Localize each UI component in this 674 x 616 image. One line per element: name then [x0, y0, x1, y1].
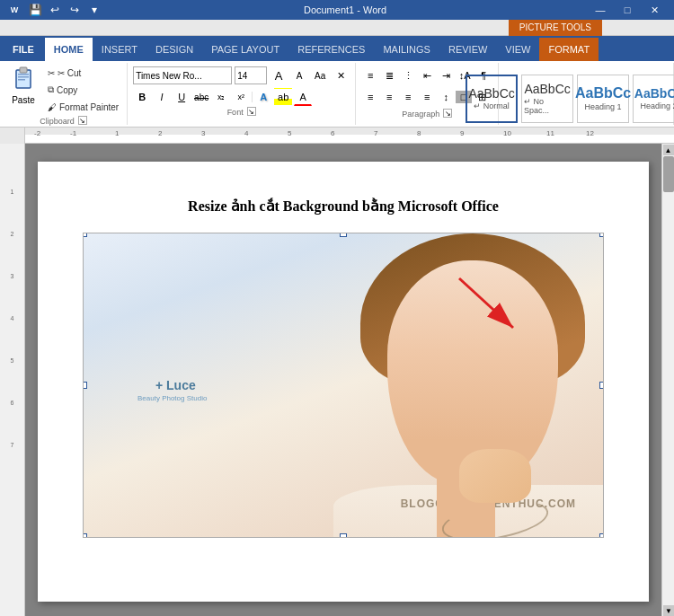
text-effects-button[interactable]: A [254, 88, 272, 106]
handle-top-right[interactable] [599, 233, 604, 237]
ruler-mark-7: 7 [374, 129, 377, 137]
v-ruler-3: 3 [0, 273, 24, 279]
ribbon-tabs: FILE HOME INSERT DESIGN PAGE LAYOUT REFE… [0, 36, 674, 61]
ruler-mark-2: 2 [158, 129, 162, 137]
ruler-mark-neg1: -1 [70, 129, 76, 137]
font-color-button[interactable]: A [294, 88, 312, 106]
tab-format[interactable]: FORMAT [539, 38, 599, 61]
maximize-button[interactable]: □ [615, 2, 640, 18]
tab-mailings[interactable]: MAILINGS [374, 38, 439, 61]
tab-view[interactable]: VIEW [496, 38, 539, 61]
ruler-mark-12: 12 [586, 129, 594, 137]
handle-bottom-right[interactable] [599, 533, 604, 538]
style-no-spacing[interactable]: AaBbCc ↵ No Spac... [521, 75, 573, 123]
title-bar: W 💾 ↩ ↪ ▾ Document1 - Word — □ ✕ [0, 0, 674, 20]
decrease-indent-button[interactable]: ⇤ [418, 66, 436, 84]
cut-button[interactable]: ✂ ✂ Cut [45, 65, 121, 81]
style-heading2[interactable]: AaBbCc Heading 2 [633, 75, 674, 123]
font-name-input[interactable] [133, 66, 232, 84]
redo-button[interactable]: ↪ [67, 2, 83, 18]
style-normal[interactable]: AaBbCc ↵ Normal [466, 75, 518, 123]
tab-review[interactable]: REVIEW [439, 38, 496, 61]
style-normal-label: ↵ Normal [474, 101, 510, 110]
title-bar-left: W 💾 ↩ ↪ ▾ [7, 2, 102, 18]
scrollbar-up[interactable]: ▲ [663, 145, 674, 155]
bold-button[interactable]: B [133, 88, 151, 106]
align-center-button[interactable]: ≡ [380, 88, 398, 106]
minimize-button[interactable]: — [588, 2, 613, 18]
italic-button[interactable]: I [153, 88, 171, 106]
text-highlight-button[interactable]: ab [274, 88, 292, 106]
tab-file[interactable]: FILE [4, 38, 43, 61]
style-normal-preview: AaBbCc [468, 87, 514, 100]
quick-access-more[interactable]: ▾ [86, 2, 102, 18]
scrollbar-thumb[interactable] [663, 156, 674, 192]
clipboard-expand[interactable]: ↘ [78, 116, 87, 125]
ruler-mark-10: 10 [503, 129, 511, 137]
underline-button[interactable]: U [173, 88, 191, 106]
undo-button[interactable]: ↩ [47, 2, 63, 18]
clipboard-small-buttons: ✂ ✂ Cut ⧉ Copy 🖌 Format Painter [45, 65, 121, 115]
change-case-button[interactable]: Aa [311, 66, 329, 84]
ruler-mark-4: 4 [244, 129, 248, 137]
increase-indent-button[interactable]: ⇥ [437, 66, 455, 84]
tab-references[interactable]: REFERENCES [288, 38, 374, 61]
image-container[interactable]: + Luce Beauty Photog Studio BLOGCHIASEKI… [83, 233, 604, 538]
ruler-mark-11: 11 [546, 129, 554, 137]
ruler-mark-9: 9 [460, 129, 464, 137]
vertical-scrollbar[interactable]: ▲ ▼ [661, 144, 674, 616]
font-label: Font [227, 108, 244, 117]
style-h1-label: Heading 1 [585, 102, 622, 111]
close-button[interactable]: ✕ [642, 2, 667, 18]
scrollbar-down[interactable]: ▼ [663, 605, 674, 616]
clipboard-group-bottom: Clipboard ↘ [5, 115, 121, 126]
style-heading1[interactable]: AaBbCc Heading 1 [577, 75, 629, 123]
numbering-button[interactable]: ≣ [380, 66, 398, 84]
font-size-input[interactable] [235, 66, 267, 84]
superscript-button[interactable]: x² [232, 88, 250, 106]
handle-bottom-center[interactable] [340, 533, 347, 538]
tab-home[interactable]: HOME [45, 38, 93, 61]
align-left-button[interactable]: ≡ [361, 88, 379, 106]
picture-tools-label: PICTURE TOOLS [509, 20, 602, 36]
handle-bottom-left[interactable] [83, 533, 87, 538]
copy-button[interactable]: ⧉ Copy [45, 82, 121, 98]
tab-page-layout[interactable]: PAGE LAYOUT [202, 38, 288, 61]
ribbon: Paste ✂ ✂ Cut ⧉ Copy 🖌 Format Painter Cl… [0, 61, 674, 128]
paragraph-expand[interactable]: ↘ [443, 109, 452, 118]
line-spacing-button[interactable]: ↕ [437, 88, 455, 106]
v-ruler-7: 7 [0, 442, 24, 448]
handle-middle-right[interactable] [599, 382, 604, 389]
clear-formatting-button[interactable]: ✕ [332, 66, 350, 84]
multilevel-list-button[interactable]: ⋮ [399, 66, 417, 84]
format-painter-button[interactable]: 🖌 Format Painter [45, 99, 121, 115]
ruler-left [0, 128, 25, 144]
clipboard-label: Clipboard [40, 117, 75, 126]
justify-button[interactable]: ≡ [418, 88, 436, 106]
handle-top-left[interactable] [83, 233, 87, 237]
v-ruler-1: 1 [0, 189, 24, 195]
paragraph-label: Paragraph [402, 110, 439, 119]
font-group: A A Aa ✕ B I U abc x₂ x² A ab A Font ↘ [128, 63, 356, 125]
ruler-mark-5: 5 [288, 129, 291, 137]
paste-button[interactable]: Paste [5, 65, 41, 107]
save-button[interactable]: 💾 [27, 2, 43, 18]
align-right-button[interactable]: ≡ [399, 88, 417, 106]
strikethrough-button[interactable]: abc [192, 88, 210, 106]
font-name-row: A A Aa ✕ [133, 66, 350, 84]
style-nospace-label: ↵ No Spac... [524, 97, 571, 115]
handle-middle-left[interactable] [83, 382, 87, 389]
font-group-bottom: Font ↘ [133, 106, 350, 117]
font-size-decrease[interactable]: A [290, 66, 308, 84]
bullets-button[interactable]: ≡ [361, 66, 379, 84]
tab-insert[interactable]: INSERT [93, 38, 146, 61]
font-size-increase[interactable]: A [270, 66, 288, 84]
paste-label: Paste [12, 95, 35, 105]
font-expand[interactable]: ↘ [247, 107, 256, 116]
tab-design[interactable]: DESIGN [146, 38, 202, 61]
subscript-button[interactable]: x₂ [212, 88, 230, 106]
document-page: Resize ảnh cắt Background bằng Microsoft… [38, 162, 649, 602]
document-scroll[interactable]: Resize ảnh cắt Background bằng Microsoft… [25, 144, 661, 616]
picture-tools-bar: PICTURE TOOLS [0, 20, 674, 36]
handle-top-center[interactable] [340, 233, 347, 237]
